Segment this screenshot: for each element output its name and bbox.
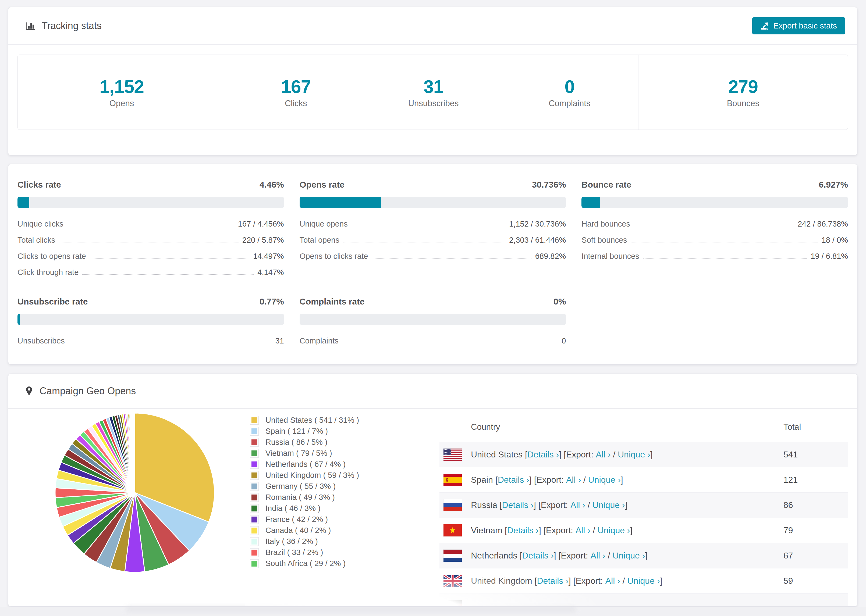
bracket: ] [Export: — [534, 500, 570, 510]
rate-row-value: 31 — [275, 336, 284, 347]
rate-row-label: Complaints — [299, 336, 339, 347]
legend-label: Italy ( 36 / 2% ) — [265, 537, 318, 546]
total-cell: 79 — [783, 518, 793, 543]
stat-label: Unsubscribes — [408, 99, 459, 108]
rate-title: Bounce rate — [581, 180, 631, 190]
dotted-leader — [90, 258, 249, 259]
stat-value: 167 — [281, 76, 311, 97]
page-bottom-shadow — [126, 607, 576, 614]
rate-row: Unique clicks167 / 4.456% — [17, 214, 284, 231]
legend-item-canada: Canada ( 40 / 2% ) — [250, 525, 359, 536]
details-link[interactable]: Details › — [527, 449, 559, 460]
rate-section-complaints-rate: Complaints rate0%Complaints0 — [299, 297, 566, 347]
stat-value: 31 — [424, 76, 444, 97]
rate-row-label: Clicks to opens rate — [17, 252, 86, 263]
rate-row-value: 18 / 0% — [822, 236, 848, 247]
legend-label: France ( 42 / 2% ) — [265, 515, 328, 524]
rate-row-label: Unsubscribes — [17, 336, 65, 347]
stat-cell-opens: 1,152Opens — [18, 55, 226, 130]
details-link[interactable]: Details › — [498, 475, 529, 485]
rate-row: Click through rate4.147% — [17, 263, 284, 279]
export-all-link[interactable]: All › — [570, 500, 585, 510]
export-unique-link[interactable]: Unique › — [598, 525, 630, 535]
bracket: ] — [645, 551, 647, 561]
rate-row-label: Internal bounces — [581, 252, 639, 263]
slash: / — [585, 500, 592, 510]
legend-swatch — [250, 427, 259, 436]
bracket: ] [Export: — [539, 525, 576, 535]
legend-swatch — [250, 526, 259, 535]
country-cell: Netherlands [Details ›] [Export: All › /… — [471, 543, 647, 568]
progress-bar-fill — [17, 314, 20, 325]
export-unique-link[interactable]: Unique › — [627, 576, 660, 586]
export-unique-link[interactable]: Unique › — [588, 475, 621, 485]
rate-row: Complaints0 — [299, 332, 566, 347]
legend-item-germany: Germany ( 55 / 3% ) — [250, 481, 359, 492]
details-link[interactable]: Details › — [502, 500, 534, 510]
geo-table-row-russia: Russia [Details ›] [Export: All › / Uniq… — [439, 493, 848, 518]
geo-table-row-spain: Spain [Details ›] [Export: All › / Uniqu… — [439, 467, 848, 493]
export-all-link[interactable]: All › — [605, 576, 620, 586]
bracket: ] — [650, 449, 653, 460]
stat-label: Opens — [109, 99, 134, 108]
rate-row: Internal bounces19 / 6.81% — [581, 247, 848, 263]
rate-rows: Hard bounces242 / 86.738%Soft bounces18 … — [581, 214, 848, 263]
legend-swatch — [250, 559, 259, 568]
page-title: Tracking stats — [42, 20, 102, 31]
rate-row-label: Total opens — [299, 236, 339, 247]
legend-label: South Africa ( 29 / 2% ) — [265, 559, 346, 568]
progress-bar-track — [17, 314, 284, 325]
legend-swatch — [250, 471, 259, 480]
rate-row: Total clicks220 / 5.87% — [17, 231, 284, 247]
slash: / — [611, 449, 618, 460]
flag-icon-es — [444, 474, 462, 486]
export-all-link[interactable]: All › — [596, 449, 611, 460]
rate-row: Clicks to opens rate14.497% — [17, 247, 284, 263]
bracket: ] — [625, 500, 627, 510]
export-all-link[interactable]: All › — [576, 525, 590, 535]
bracket: [ — [520, 551, 522, 561]
progress-bar-fill — [581, 197, 600, 208]
rate-row-label: Unique opens — [299, 220, 348, 231]
slash: / — [620, 576, 627, 586]
export-all-link[interactable]: All › — [566, 475, 581, 485]
campaign-geo-opens-card: Campaign Geo Opens United States ( 541 /… — [8, 374, 857, 607]
rate-row-value: 2,303 / 61.446% — [509, 236, 566, 247]
stat-label: Complaints — [549, 99, 590, 108]
legend-label: Vietnam ( 79 / 5% ) — [265, 449, 332, 458]
rate-title: Opens rate — [299, 180, 345, 190]
stat-cell-clicks: 167Clicks — [226, 55, 366, 130]
dotted-leader — [372, 258, 531, 259]
details-link[interactable]: Details › — [507, 525, 539, 535]
progress-bar-track — [17, 197, 284, 208]
rate-section-opens-rate: Opens rate30.736%Unique opens1,152 / 30.… — [299, 180, 566, 279]
rate-value: 6.927% — [819, 180, 848, 190]
export-unique-link[interactable]: Unique › — [612, 551, 645, 561]
export-basic-stats-button[interactable]: Export basic stats — [752, 17, 845, 35]
rate-row-value: 220 / 5.87% — [242, 236, 284, 247]
slash: / — [605, 551, 612, 561]
rate-head: Opens rate30.736% — [299, 180, 566, 190]
rate-head: Clicks rate4.46% — [17, 180, 284, 190]
legend-item-india: India ( 46 / 3% ) — [250, 503, 359, 514]
legend-item-brazil: Brazil ( 33 / 2% ) — [250, 547, 359, 558]
rates-grid: Clicks rate4.46%Unique clicks167 / 4.456… — [8, 164, 857, 347]
details-link[interactable]: Details › — [522, 551, 553, 561]
bracket: ] [Export: — [529, 475, 566, 485]
dotted-leader — [351, 226, 505, 226]
rate-row-label: Unique clicks — [17, 220, 63, 231]
dotted-leader — [643, 258, 807, 259]
export-all-link[interactable]: All › — [590, 551, 605, 561]
export-unique-link[interactable]: Unique › — [592, 500, 625, 510]
rate-rows: Complaints0 — [299, 332, 566, 347]
legend-swatch — [250, 449, 259, 458]
rate-row: Opens to clicks rate689.82% — [299, 247, 566, 263]
rate-row: Soft bounces18 / 0% — [581, 231, 848, 247]
rate-value: 0.77% — [260, 297, 284, 306]
total-cell: 67 — [783, 543, 793, 568]
rate-section-bounce-rate: Bounce rate6.927%Hard bounces242 / 86.73… — [581, 180, 848, 279]
total-cell: 59 — [783, 569, 793, 593]
legend-item-france: France ( 42 / 2% ) — [250, 514, 359, 525]
total-cell: 86 — [783, 493, 793, 518]
export-unique-link[interactable]: Unique › — [618, 449, 650, 460]
